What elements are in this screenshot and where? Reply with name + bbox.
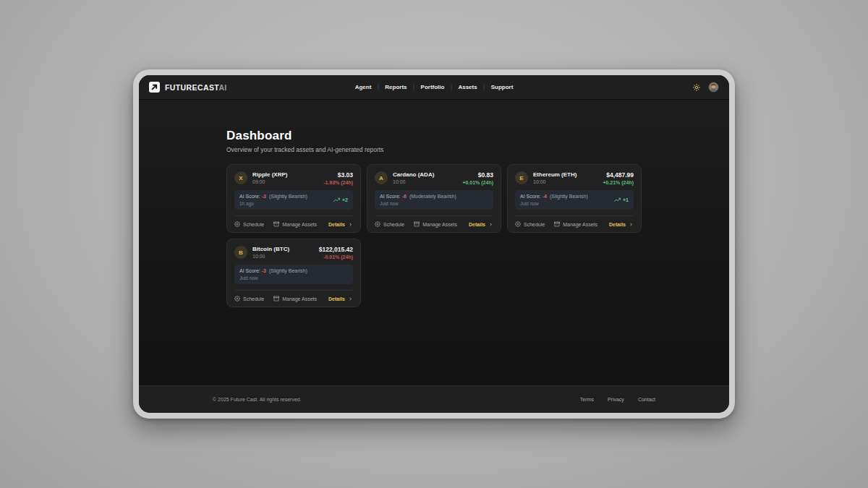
archive-box-icon [273, 296, 279, 301]
details-button[interactable]: Details [328, 296, 353, 301]
footer-link-privacy[interactable]: Privacy [608, 397, 624, 402]
coin-time: 10:00 [393, 179, 434, 184]
coin-name: Ethereum (ETH) [533, 171, 576, 178]
user-avatar[interactable] [708, 82, 719, 93]
coin-icon: A [375, 171, 388, 184]
trend-badge: +1 [614, 197, 629, 203]
asset-card-ripple: X Ripple (XRP) 09:00 $3.03 -1.93% (24h) [226, 164, 361, 233]
ai-score-desc: (Slightly Bearish) [269, 268, 307, 273]
ai-score-label: AI Score: [520, 194, 541, 199]
ai-score-value: -6 [402, 194, 407, 199]
ai-score-panel: AI Score: -6 (Moderately Bearish) Just n… [375, 190, 493, 210]
ai-score-panel: AI Score: -3 (Slightly Bearish) 1h ago +… [234, 190, 353, 210]
asset-card-ethereum: E Ethereum (ETH) 10:00 $4,487.99 +0.21% … [507, 164, 642, 233]
coin-change: +0.21% (24h) [603, 180, 634, 185]
brand-logo[interactable]: FUTURECASTAI [149, 82, 227, 93]
nav-separator [451, 84, 451, 90]
coin-time: 09:00 [252, 179, 287, 184]
manage-assets-button[interactable]: Manage Assets [554, 221, 597, 227]
ai-score-updated: 1h ago [239, 201, 307, 206]
gear-icon [375, 221, 380, 227]
archive-box-icon [554, 221, 560, 227]
trending-up-icon [333, 197, 340, 203]
brand-name: FUTURECASTAI [165, 83, 227, 92]
nav-item-reports[interactable]: Reports [385, 84, 407, 90]
coin-change: -1.93% (24h) [323, 180, 353, 185]
coin-price: $0.83 [462, 171, 493, 179]
coin-change: -0.01% (24h) [319, 254, 353, 260]
theme-toggle-sun-icon[interactable] [692, 83, 700, 91]
coin-icon: E [515, 171, 528, 184]
ai-score-panel: AI Score: -3 (Slightly Bearish) Just now [234, 265, 353, 284]
trending-up-icon [614, 197, 621, 203]
nav-separator [378, 84, 378, 90]
footer-link-terms[interactable]: Terms [580, 397, 594, 402]
ai-score-updated: Just now [239, 275, 307, 281]
ai-score-updated: Just now [380, 201, 456, 206]
asset-card-cardano: A Cardano (ADA) 10:00 $0.83 +0.01% (24h) [367, 164, 501, 233]
coin-change: +0.01% (24h) [462, 180, 493, 185]
asset-card-bitcoin: B Bitcoin (BTC) 10:00 $122,015.42 -0.01%… [226, 239, 361, 307]
ai-score-desc: (Slightly Bearish) [550, 194, 588, 199]
footer-link-contact[interactable]: Contact [638, 397, 655, 402]
ai-score-panel: AI Score: -4 (Slightly Bearish) Just now… [515, 190, 634, 210]
coin-name: Bitcoin (BTC) [252, 246, 289, 252]
ai-score-desc: (Moderately Bearish) [409, 194, 456, 199]
coin-icon: X [234, 171, 247, 184]
coin-name: Ripple (XRP) [252, 171, 287, 178]
coin-time: 10:00 [533, 179, 576, 184]
page-subtitle: Overview of your tracked assets and AI-g… [226, 146, 642, 153]
ai-score-desc: (Slightly Bearish) [269, 194, 307, 199]
coin-time: 10:00 [252, 254, 289, 259]
nav-item-assets[interactable]: Assets [458, 84, 477, 90]
details-button[interactable]: Details [328, 222, 353, 227]
schedule-button[interactable]: Schedule [515, 221, 545, 227]
coin-price: $122,015.42 [319, 246, 353, 253]
footer-links: Terms Privacy Contact [580, 397, 655, 402]
nav-separator [414, 84, 414, 90]
archive-box-icon [414, 221, 420, 227]
coin-price: $3.03 [323, 171, 353, 179]
ai-score-value: -3 [262, 194, 266, 199]
ai-score-label: AI Score: [239, 268, 260, 273]
nav-item-agent[interactable]: Agent [355, 84, 372, 90]
asset-card-grid: X Ripple (XRP) 09:00 $3.03 -1.93% (24h) [226, 164, 642, 307]
top-navbar: FUTURECASTAI Agent Reports Portfolio Ass… [139, 75, 729, 100]
ai-score-updated: Just now [520, 201, 588, 206]
browser-window-frame: FUTURECASTAI Agent Reports Portfolio Ass… [133, 69, 735, 419]
chevron-right-icon [348, 296, 353, 301]
schedule-button[interactable]: Schedule [375, 221, 404, 227]
manage-assets-button[interactable]: Manage Assets [273, 296, 317, 301]
schedule-button[interactable]: Schedule [234, 221, 264, 227]
details-button[interactable]: Details [469, 222, 493, 227]
chevron-right-icon [348, 222, 353, 227]
ai-score-label: AI Score: [380, 194, 401, 199]
archive-box-icon [273, 221, 279, 227]
chevron-right-icon [629, 222, 634, 227]
manage-assets-button[interactable]: Manage Assets [414, 221, 457, 227]
nav-item-support[interactable]: Support [491, 84, 514, 90]
gear-icon [234, 296, 240, 301]
copyright-text: © 2025 Future Cast. All rights reserved. [213, 397, 302, 402]
coin-name: Cardano (ADA) [393, 171, 434, 178]
coin-icon: B [234, 246, 247, 259]
app-root: FUTURECASTAI Agent Reports Portfolio Ass… [139, 75, 729, 413]
nav-item-portfolio[interactable]: Portfolio [421, 84, 445, 90]
details-button[interactable]: Details [609, 222, 634, 227]
brand-logo-icon [149, 82, 160, 93]
gear-icon [515, 221, 521, 227]
gear-icon [234, 221, 240, 227]
ai-score-label: AI Score: [239, 194, 260, 199]
chevron-right-icon [488, 222, 493, 227]
trend-badge: +2 [333, 197, 348, 203]
ai-score-value: -3 [262, 268, 266, 273]
header-right [692, 82, 719, 93]
main-nav: Agent Reports Portfolio Assets Support [355, 75, 514, 99]
main-content: Dashboard Overview of your tracked asset… [139, 100, 729, 385]
schedule-button[interactable]: Schedule [234, 296, 264, 301]
page-title: Dashboard [226, 129, 642, 143]
coin-price: $4,487.99 [603, 171, 634, 179]
nav-separator [484, 84, 485, 90]
page-footer: © 2025 Future Cast. All rights reserved.… [139, 385, 729, 413]
manage-assets-button[interactable]: Manage Assets [273, 221, 317, 227]
